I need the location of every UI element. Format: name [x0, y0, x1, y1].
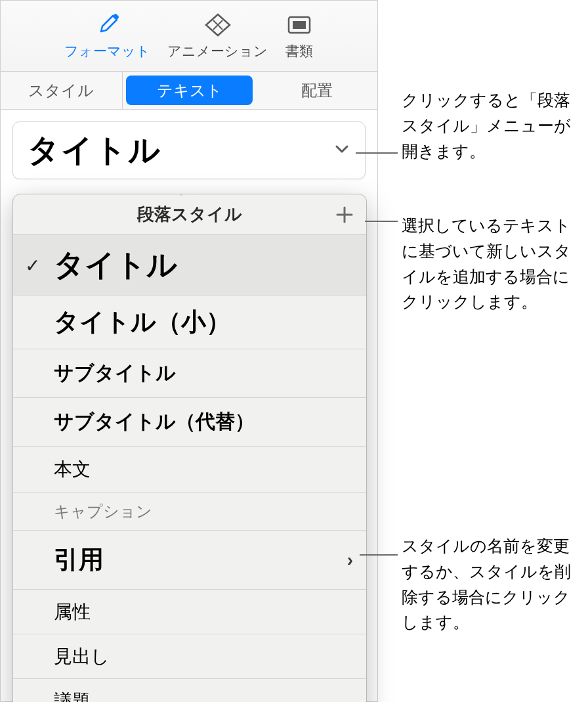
style-item-label: 引用: [54, 543, 104, 577]
toolbar-animation-label: アニメーション: [167, 42, 268, 60]
inspector-tabs: スタイル テキスト 配置: [1, 72, 377, 110]
style-item-label: サブタイトル（代替）: [54, 408, 255, 435]
tab-arrange[interactable]: 配置: [256, 72, 377, 109]
style-item-subtitle[interactable]: サブタイトル: [13, 349, 366, 398]
paragraph-style-section: タイトル: [1, 110, 377, 179]
tab-text[interactable]: テキスト: [126, 76, 253, 105]
chevron-down-icon: [333, 141, 350, 160]
style-item-label: キャプション: [54, 501, 152, 522]
style-item-label: 本文: [54, 457, 91, 482]
toolbar-format-label: フォーマット: [64, 42, 150, 60]
toolbar-document-label: 書類: [285, 42, 313, 60]
chevron-right-icon[interactable]: ›: [347, 550, 353, 571]
toolbar-document[interactable]: 書類: [282, 7, 316, 66]
style-list: ✓ タイトル タイトル（小） サブタイトル サブタイトル（代替） 本文 キャプシ…: [13, 235, 366, 702]
style-item-subtitle-alt[interactable]: サブタイトル（代替）: [13, 398, 366, 447]
paragraph-style-dropdown[interactable]: タイトル: [12, 121, 366, 179]
style-item-heading[interactable]: 見出し: [13, 634, 366, 679]
plus-icon: [335, 205, 354, 225]
callout-open-menu: クリックすると「段落スタイル」メニューが開きます。: [402, 87, 585, 164]
popover-header: 段落スタイル: [13, 194, 366, 235]
callout-rename-delete: スタイルの名前を変更するか、スタイルを削除する場合にクリックします。: [402, 533, 585, 635]
callout-line: [365, 221, 398, 222]
style-item-label: 属性: [54, 600, 91, 625]
callout-line: [356, 152, 398, 154]
style-item-attribute[interactable]: 属性: [13, 590, 366, 634]
toolbar: フォーマット アニメーション 書類: [1, 1, 377, 72]
document-icon: [285, 12, 314, 38]
style-item-label: タイトル: [54, 245, 177, 286]
add-style-button[interactable]: [333, 204, 356, 226]
checkmark-icon: ✓: [25, 254, 40, 276]
style-item-body[interactable]: 本文: [13, 447, 366, 493]
callout-add-style: 選択しているテキストに基づいて新しいスタイルを追加する場合にクリックします。: [402, 213, 585, 315]
popover-title: 段落スタイル: [137, 203, 242, 226]
style-item-agenda[interactable]: 議題: [13, 679, 366, 702]
style-item-label: 議題: [54, 689, 91, 703]
paragraph-styles-popover: 段落スタイル ✓ タイトル タイトル（小） サブタイトル サブタイトル（代替）: [12, 194, 367, 702]
inspector-panel: フォーマット アニメーション 書類 スタイル テキスト 配置: [0, 0, 378, 702]
style-item-label: サブタイトル: [54, 360, 176, 387]
diamond-icon: [203, 12, 232, 38]
paintbrush-icon: [93, 12, 122, 38]
svg-rect-1: [293, 21, 306, 29]
style-item-label: 見出し: [54, 644, 110, 669]
style-item-quote[interactable]: 引用 ›: [13, 531, 366, 590]
style-item-title[interactable]: ✓ タイトル: [13, 235, 366, 296]
callout-line: [360, 554, 398, 556]
tab-style[interactable]: スタイル: [1, 72, 123, 109]
toolbar-animation[interactable]: アニメーション: [165, 7, 270, 66]
style-item-label: タイトル（小）: [54, 305, 231, 339]
style-item-caption[interactable]: キャプション: [13, 493, 366, 531]
paragraph-style-current: タイトル: [28, 129, 161, 171]
style-item-title-small[interactable]: タイトル（小）: [13, 296, 366, 349]
toolbar-format[interactable]: フォーマット: [62, 7, 153, 66]
